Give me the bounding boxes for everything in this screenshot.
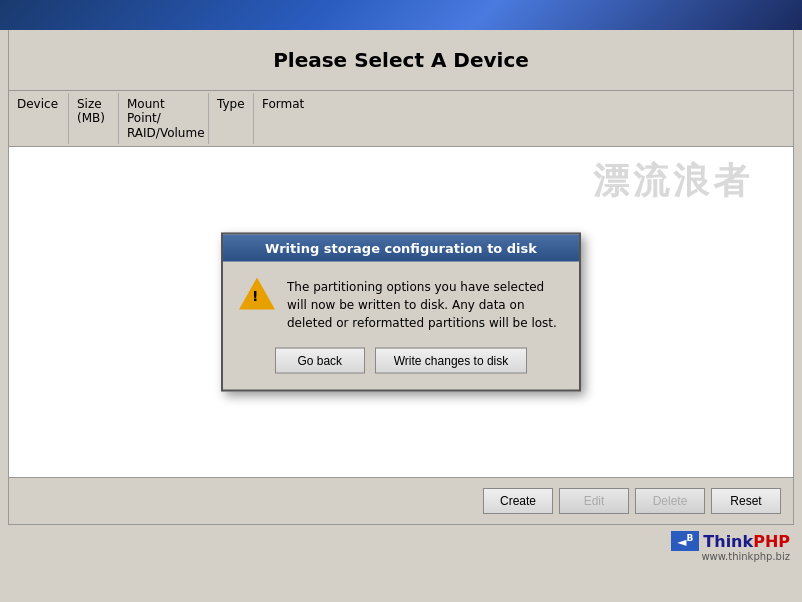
create-button[interactable]: Create bbox=[483, 488, 553, 514]
reset-button[interactable]: Reset bbox=[711, 488, 781, 514]
watermark: 漂流浪者 bbox=[593, 157, 753, 206]
dialog-message: The partitioning options you have select… bbox=[287, 278, 563, 332]
main-container: Please Select A Device Device Size(MB) M… bbox=[8, 30, 794, 525]
footer: ◄B ThinkPHP www.thinkphp.biz bbox=[0, 525, 802, 568]
go-back-button[interactable]: Go back bbox=[275, 348, 365, 374]
write-changes-button[interactable]: Write changes to disk bbox=[375, 348, 528, 374]
thinkphp-logo-text: ThinkPHP bbox=[703, 532, 790, 551]
title-area: Please Select A Device bbox=[9, 30, 793, 91]
footer-logo: ◄B ThinkPHP bbox=[671, 531, 790, 551]
php-text: PHP bbox=[753, 532, 790, 551]
dialog-body: The partitioning options you have select… bbox=[223, 262, 579, 390]
col-device: Device bbox=[9, 93, 69, 144]
col-size: Size(MB) bbox=[69, 93, 119, 144]
footer-url: www.thinkphp.biz bbox=[701, 551, 790, 562]
footer-right: ◄B ThinkPHP www.thinkphp.biz bbox=[671, 531, 790, 562]
top-bar bbox=[0, 0, 802, 30]
dialog-title: Writing storage configuration to disk bbox=[223, 235, 579, 262]
arrow-icon: ◄B bbox=[671, 531, 699, 551]
page-title: Please Select A Device bbox=[9, 48, 793, 72]
bottom-toolbar: Create Edit Delete Reset bbox=[9, 477, 793, 524]
col-mount: Mount Point/RAID/Volume bbox=[119, 93, 209, 144]
dialog: Writing storage configuration to disk Th… bbox=[221, 233, 581, 392]
dialog-buttons: Go back Write changes to disk bbox=[239, 348, 563, 374]
warning-triangle-icon bbox=[239, 278, 275, 310]
content-area: 漂流浪者 Writing storage configuration to di… bbox=[9, 147, 793, 477]
think-text: Think bbox=[703, 532, 753, 551]
col-format: Format bbox=[254, 93, 309, 144]
col-type: Type bbox=[209, 93, 254, 144]
edit-button[interactable]: Edit bbox=[559, 488, 629, 514]
dialog-content: The partitioning options you have select… bbox=[239, 278, 563, 332]
warning-icon-container bbox=[239, 278, 275, 314]
delete-button[interactable]: Delete bbox=[635, 488, 705, 514]
column-headers: Device Size(MB) Mount Point/RAID/Volume … bbox=[9, 91, 793, 147]
